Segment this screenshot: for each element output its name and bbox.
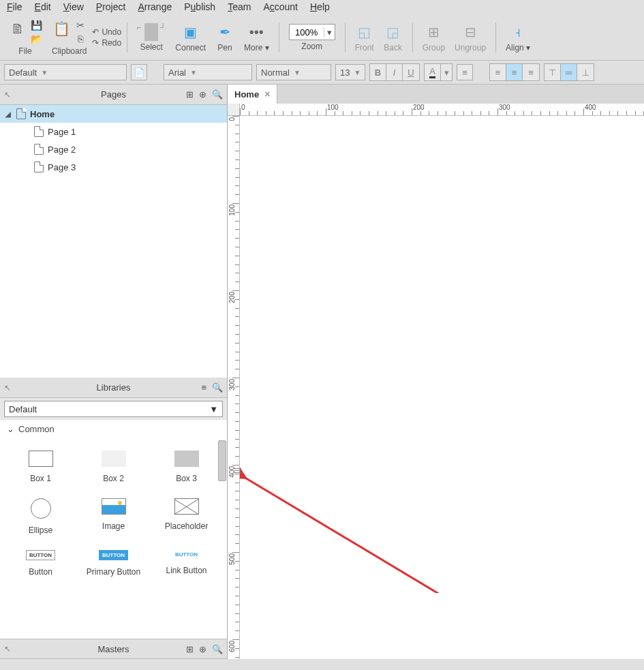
zoom-selector[interactable]: ▾ xyxy=(289,24,335,40)
tab-home[interactable]: Home × xyxy=(228,85,277,104)
add-master-icon[interactable]: ⊕ xyxy=(199,644,206,654)
popout-icon[interactable]: ↖ xyxy=(4,90,11,100)
clipboard-group: 📋 ✂ ⎘ Clipboard xyxy=(48,19,91,56)
widget-image[interactable]: Image xyxy=(77,498,150,535)
clipboard-label: Clipboard xyxy=(52,46,87,56)
weight-select[interactable]: Normal▼ xyxy=(256,64,331,80)
bold-button[interactable]: B xyxy=(370,64,386,80)
close-tab-icon[interactable]: × xyxy=(264,89,270,100)
connect-icon: ▣ xyxy=(181,22,200,42)
open-icon[interactable]: 📂 xyxy=(30,33,42,45)
undo-button[interactable]: ↶Undo xyxy=(92,27,121,37)
horizontal-ruler[interactable]: 0100200300400 xyxy=(240,104,644,116)
widget-primary-button[interactable]: BUTTONPrimary Button xyxy=(77,550,150,577)
menu-help[interactable]: Help xyxy=(310,1,330,12)
library-section-common[interactable]: ⌄ Common xyxy=(0,420,227,438)
menu-file[interactable]: File xyxy=(7,1,22,12)
front-button[interactable]: ◱ Front xyxy=(351,22,378,52)
separator xyxy=(279,22,279,52)
save-icon[interactable]: 💾 xyxy=(30,19,42,31)
page-icon xyxy=(34,144,44,155)
file-group: 🗎 💾 📂 File xyxy=(4,19,46,56)
style-select[interactable]: Default▼ xyxy=(4,64,127,80)
align-icon: ⫞ xyxy=(508,22,527,42)
add-folder-icon[interactable]: ⊞ xyxy=(186,89,194,100)
paste-icon[interactable]: 📋 xyxy=(52,19,72,38)
library-scrollbar[interactable] xyxy=(218,440,226,481)
menu-arrange[interactable]: Arrange xyxy=(138,1,172,12)
search-pages-icon[interactable]: 🔍 xyxy=(212,89,223,100)
valign-bottom-button[interactable]: ⊥ xyxy=(577,64,594,80)
page-name: Page 1 xyxy=(48,127,76,137)
add-folder-icon[interactable]: ⊞ xyxy=(186,644,194,654)
popout-icon[interactable]: ↖ xyxy=(4,644,11,654)
page-item-3[interactable]: Page 3 xyxy=(0,158,227,176)
align-button[interactable]: ⫞ Align ▾ xyxy=(502,22,534,52)
add-page-icon[interactable]: ⊕ xyxy=(199,89,206,100)
text-color-button[interactable]: A xyxy=(425,64,441,80)
zoom-dropdown-icon[interactable]: ▾ xyxy=(324,27,335,37)
italic-button[interactable]: I xyxy=(386,64,403,80)
widget-link-button[interactable]: BUTTONLink Button xyxy=(150,550,223,577)
copy-icon[interactable]: ⎘ xyxy=(74,33,87,45)
group-icon: ⊞ xyxy=(424,22,443,42)
page-item-home[interactable]: ◢ Home xyxy=(0,105,227,123)
page-item-2[interactable]: Page 2 xyxy=(0,140,227,158)
widget-box3[interactable]: Box 3 xyxy=(150,451,223,483)
back-button[interactable]: ◲ Back xyxy=(380,22,407,52)
menu-edit[interactable]: Edit xyxy=(35,1,51,12)
design-canvas[interactable] xyxy=(240,116,644,659)
panel-resize-handle[interactable] xyxy=(234,463,241,477)
menu-account[interactable]: Account xyxy=(263,1,298,12)
cut-icon[interactable]: ✂ xyxy=(74,19,87,31)
zoom-input[interactable] xyxy=(290,27,324,37)
expand-icon[interactable]: ◢ xyxy=(5,110,12,118)
menu-project[interactable]: Project xyxy=(96,1,126,12)
canvas-area: Home × 0100200300400 0100200300400500600 xyxy=(228,85,644,659)
underline-button[interactable]: U xyxy=(403,64,419,80)
separator xyxy=(495,22,496,52)
widget-box1[interactable]: Box 1 xyxy=(4,451,77,483)
main-toolbar: 🗎 💾 📂 File 📋 ✂ ⎘ Clipboard ↶Undo ↷Redo ⌐… xyxy=(0,16,644,61)
menu-team[interactable]: Team xyxy=(228,1,251,12)
widget-ellipse[interactable]: Ellipse xyxy=(4,498,77,535)
widget-placeholder[interactable]: Placeholder xyxy=(150,498,223,535)
new-file-icon[interactable]: 🗎 xyxy=(8,19,27,38)
group-button[interactable]: ⊞ Group xyxy=(418,22,449,52)
more-tool[interactable]: ••• More ▾ xyxy=(240,22,273,52)
format-toolbar: Default▼ 📄 Arial▼ Normal▼ 13▼ B I U A ▾ … xyxy=(0,61,644,85)
pages-title: Pages xyxy=(101,89,126,100)
page-item-1[interactable]: Page 1 xyxy=(0,123,227,140)
select-tool[interactable]: ⌐┘ Select xyxy=(133,23,170,52)
separator xyxy=(345,22,346,52)
bullets-button[interactable]: ≡ xyxy=(457,64,473,80)
widget-box2[interactable]: Box 2 xyxy=(77,451,150,483)
style-manager-icon[interactable]: 📄 xyxy=(131,64,147,80)
text-color-dropdown[interactable]: ▾ xyxy=(441,64,452,80)
vertical-ruler[interactable]: 0100200300400500600 xyxy=(228,116,240,659)
align-left-button[interactable]: ≡ xyxy=(490,64,506,80)
align-right-button[interactable]: ≡ xyxy=(523,64,539,80)
redo-button[interactable]: ↷Redo xyxy=(92,38,121,48)
size-select[interactable]: 13▼ xyxy=(335,64,365,80)
pen-tool[interactable]: ✒ Pen xyxy=(211,22,239,52)
ungroup-button[interactable]: ⊟ Ungroup xyxy=(450,22,490,52)
font-select[interactable]: Arial▼ xyxy=(164,64,252,80)
connect-tool[interactable]: ▣ Connect xyxy=(171,22,210,52)
search-libraries-icon[interactable]: 🔍 xyxy=(212,382,223,393)
search-masters-icon[interactable]: 🔍 xyxy=(212,644,223,654)
page-name: Home xyxy=(30,109,55,119)
library-select[interactable]: Default▼ xyxy=(4,401,223,417)
bring-front-icon: ◱ xyxy=(355,22,374,42)
valign-top-button[interactable]: ⊤ xyxy=(545,64,561,80)
more-icon: ••• xyxy=(247,22,266,42)
align-center-button[interactable]: ≡ xyxy=(506,64,523,80)
valign-middle-button[interactable]: ═ xyxy=(561,64,577,80)
widget-button[interactable]: BUTTONButton xyxy=(4,550,77,577)
menu-publish[interactable]: Publish xyxy=(184,1,215,12)
popout-icon[interactable]: ↖ xyxy=(4,383,11,393)
menu-view[interactable]: View xyxy=(63,1,84,12)
library-body: ⌄ Common Box 1 Box 2 Box 3 Ellipse Image… xyxy=(0,420,227,639)
ungroup-icon: ⊟ xyxy=(461,22,480,42)
menu-icon[interactable]: ≡ xyxy=(201,382,206,393)
